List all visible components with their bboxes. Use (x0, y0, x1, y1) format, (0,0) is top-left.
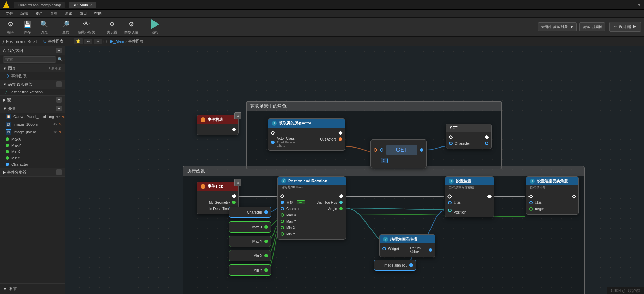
macro-expand-icon: ▶ (3, 98, 6, 102)
new-graph-btn[interactable]: + 新图表 (48, 66, 62, 71)
menu-view[interactable]: 查看 (47, 10, 60, 17)
run-button[interactable]: 运行 (147, 18, 163, 36)
search-icon[interactable]: 🔍 (58, 57, 63, 62)
dispatchers-header[interactable]: ▶ 事件分发器 + (0, 168, 65, 176)
menu-file[interactable]: 文件 (3, 10, 16, 17)
debug-select[interactable]: 未选中调试对象 ▼ (538, 22, 577, 31)
func-postion-item[interactable]: 𝑓 PostionAndRotation (0, 89, 65, 95)
menu-debug[interactable]: 调试 (62, 10, 75, 17)
min-y-body: Min Y (229, 265, 271, 275)
run-label: 运行 (152, 30, 159, 35)
blueprint-canvas[interactable]: 获取场景中的角色 执行函数 🖥 ! 事件构造 𝑓 获取类的所有 (65, 46, 644, 294)
char-var-node[interactable]: Character (229, 207, 271, 218)
blueprint-icon: ⬡ (3, 48, 6, 53)
add-var-btn[interactable]: + (56, 106, 62, 111)
menu-edit[interactable]: 编辑 (18, 10, 31, 17)
postion-rotation-node[interactable]: 𝑓 Postion and Rotation 目标是BP Main 目标 sel… (277, 176, 346, 240)
tab-map[interactable]: ThirdPersonExampleMap (14, 2, 65, 8)
var-canvas-eye[interactable]: 👁 (56, 115, 60, 119)
macros-header[interactable]: ▶ 宏 + (0, 96, 65, 104)
variables-header[interactable]: ▼ 变量 + (0, 104, 65, 113)
var-character[interactable]: Character (0, 161, 65, 168)
class-defaults-button[interactable]: ⚙ 类默认值 (121, 18, 141, 36)
image-jiantou-node[interactable]: Image Jian Tou (374, 260, 416, 271)
set-body: Character (446, 132, 491, 149)
add-dispatch-btn[interactable]: + (56, 169, 62, 175)
insert-slot-node[interactable]: 𝑓 插槽为画布插槽 Widget Return Value (379, 234, 435, 257)
functions-section: ▼ 函数 (375覆盖) + 𝑓 PostionAndRotation (0, 80, 65, 96)
sr-exec-out-c (572, 194, 576, 199)
hide-button[interactable]: 👁 隐藏不相关 (75, 18, 98, 36)
postion-header: 𝑓 Postion and Rotation (278, 177, 346, 185)
var-canvas[interactable]: 📋 CanvasPanel_daoHang 👁 ✎ (0, 113, 65, 120)
max-y-var-node[interactable]: Max Y (229, 236, 271, 247)
event-graph-tab-2[interactable]: ⬡事件图表 (40, 39, 64, 44)
hide-label: 隐藏不相关 (78, 30, 95, 35)
set-pos-header: 𝑓 设置位置 (445, 177, 494, 185)
browse-button[interactable]: 🔍 浏览 (37, 18, 52, 36)
sp-inpos-l: In Position (454, 207, 467, 214)
class-settings-button[interactable]: ⚙ 类设置 (104, 18, 120, 36)
menu-help[interactable]: 帮助 (91, 10, 105, 17)
p-maxy-pin: Max Y (278, 218, 312, 224)
var-imagejt-edit[interactable]: ✎ (59, 130, 62, 134)
min-y-pin: Min Y (229, 267, 271, 273)
var-canvas-edit[interactable]: ✎ (62, 115, 65, 119)
menu-asset[interactable]: 资产 (32, 10, 46, 17)
compile-button[interactable]: ⚙ 编译 (3, 18, 18, 36)
get-node[interactable]: GET 0 (370, 139, 427, 168)
var-image105[interactable]: 🖼 Image_105pm 👁 ✎ (0, 120, 65, 128)
set-char-circle (449, 142, 453, 145)
min-x-var-node[interactable]: Min X (229, 250, 271, 261)
separator-1 (55, 20, 55, 34)
breadcrumb-home[interactable]: ⭐ (74, 38, 83, 44)
menu-window[interactable]: 窗口 (77, 10, 90, 17)
max-x-var-node[interactable]: Max X (229, 221, 271, 233)
class-settings-icon: ⚙ (107, 19, 117, 29)
min-x-pin: Min X (229, 253, 271, 259)
sp-inpos-c (448, 209, 452, 212)
event-graph-item[interactable]: ⬡ 事件图表 (0, 72, 65, 80)
var-maxy[interactable]: MaxY (0, 142, 65, 149)
detail-header[interactable]: ▼ 细节 (3, 286, 62, 292)
var-minx-label: MinX (11, 150, 20, 154)
var-imagejt-eye[interactable]: 👁 (53, 130, 57, 134)
set-position-node[interactable]: 𝑓 设置位置 目标是画布面板槽 目标 (445, 176, 494, 217)
breadcrumb-bp-main[interactable]: BP_Main (108, 39, 124, 44)
breadcrumb-back[interactable]: ← (84, 39, 92, 44)
designer-button[interactable]: ✏ 设计器 ▶ (609, 22, 641, 32)
debug-filter[interactable]: 调试过滤器 (579, 22, 605, 31)
my-blueprint-header[interactable]: ⬡ 我的蓝图 + (0, 46, 65, 55)
var-imagejt[interactable]: 🖼 Image_jianTou 👁 ✎ (0, 128, 65, 136)
set-render-node[interactable]: 𝑓 设置渲染变换角度 目标是控件 目标 (526, 176, 579, 215)
event-construct-label: 事件构造 (208, 117, 223, 122)
dispatchers-label: 事件分发器 (7, 170, 26, 175)
add-macro-btn[interactable]: + (56, 97, 62, 103)
min-y-var-node[interactable]: Min Y (229, 264, 271, 276)
search-input[interactable] (3, 56, 56, 63)
add-func-btn[interactable]: + (56, 81, 62, 87)
tab-bp-main[interactable]: BP_Main × (69, 2, 96, 8)
save-button[interactable]: 💾 保存 (20, 18, 35, 36)
var-miny[interactable]: MinY (0, 155, 65, 161)
find-button[interactable]: 🔎 查找 (58, 18, 73, 36)
var-image105-edit[interactable]: ✎ (59, 123, 62, 126)
get-all-actors-node[interactable]: 𝑓 获取类的所有actor Actor Class Third Person C… (268, 118, 345, 151)
tab-close-icon[interactable]: × (90, 3, 92, 7)
var-maxx[interactable]: MaxX (0, 136, 65, 142)
functions-header[interactable]: ▼ 函数 (375覆盖) + (0, 80, 65, 89)
var-image105-eye[interactable]: 👁 (53, 123, 57, 126)
event-graph-tab-label[interactable]: Postion and Rotat (6, 39, 37, 44)
set-node[interactable]: SET Character (446, 124, 492, 149)
breadcrumb-forward[interactable]: → (94, 39, 102, 44)
breadcrumb-event-graph[interactable]: 事件图表 (128, 39, 144, 44)
get-index-value[interactable]: 0 (381, 158, 388, 163)
get-node-body: GET 0 (371, 140, 426, 168)
sp-exec-in-c (447, 194, 452, 199)
var-minx[interactable]: MinX (0, 149, 65, 155)
event-construct-node[interactable]: 🖥 ! 事件构造 (197, 115, 239, 135)
graphs-header[interactable]: ▼ 图表 + 新图表 (0, 64, 65, 72)
breadcrumb-bar: 𝑓 Postion and Rotat ⬡事件图表 ⭐ ← → ⬡ BP_Mai… (0, 37, 644, 46)
toolbar: ⚙ 编译 💾 保存 🔍 浏览 🔎 查找 👁 隐藏不相关 ⚙ 类设置 ⚙ 类默认值… (0, 18, 644, 37)
add-blueprint-btn[interactable]: + (56, 48, 62, 53)
